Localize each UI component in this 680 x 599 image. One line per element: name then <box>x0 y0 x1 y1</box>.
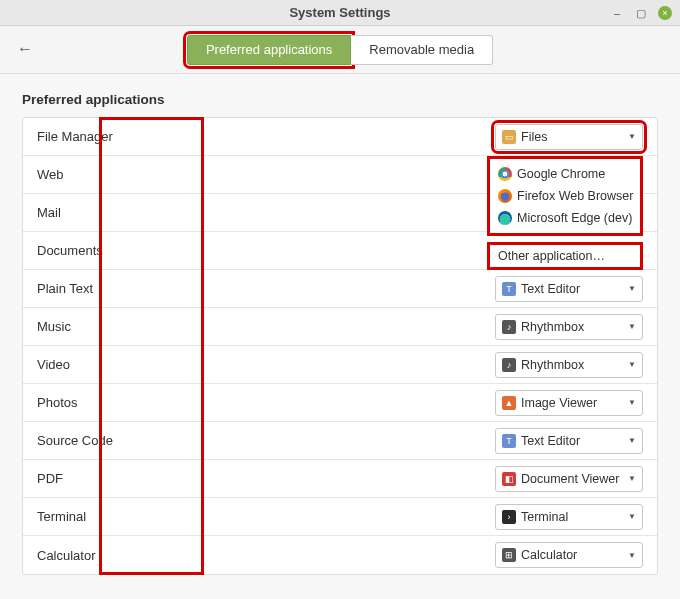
row-label: Documents <box>37 243 237 258</box>
chevron-down-icon: ▼ <box>628 398 636 407</box>
option-label: Microsoft Edge (dev) <box>517 211 632 225</box>
option-label: Other application… <box>498 249 605 263</box>
combo-value: Text Editor <box>521 282 580 296</box>
tab-preferred-applications[interactable]: Preferred applications <box>187 35 351 65</box>
row-source-code: Source Code T Text Editor ▼ <box>23 422 657 460</box>
web-option-edge[interactable]: Microsoft Edge (dev) <box>490 207 640 229</box>
row-label: Calculator <box>37 548 237 563</box>
edge-icon <box>498 211 512 225</box>
folder-icon: ▭ <box>502 130 516 144</box>
combo-value: Calculator <box>521 548 577 562</box>
web-option-other-application[interactable]: Other application… <box>487 242 643 270</box>
combo-terminal[interactable]: › Terminal ▼ <box>495 504 643 530</box>
web-dropdown-popup: Google Chrome Firefox Web Browser Micros… <box>487 156 643 270</box>
combo-value: Terminal <box>521 510 568 524</box>
combo-calculator[interactable]: ⊞ Calculator ▼ <box>495 542 643 568</box>
combo-source-code[interactable]: T Text Editor ▼ <box>495 428 643 454</box>
combo-plain-text[interactable]: T Text Editor ▼ <box>495 276 643 302</box>
row-label: PDF <box>37 471 237 486</box>
row-label: Web <box>37 167 237 182</box>
section-title: Preferred applications <box>22 92 658 107</box>
titlebar: System Settings – ▢ × <box>0 0 680 26</box>
combo-value: Text Editor <box>521 434 580 448</box>
close-button[interactable]: × <box>658 6 672 20</box>
tab-label: Removable media <box>369 42 474 57</box>
row-label: Terminal <box>37 509 237 524</box>
text-editor-icon: T <box>502 434 516 448</box>
text-editor-icon: T <box>502 282 516 296</box>
web-option-firefox[interactable]: Firefox Web Browser <box>490 185 640 207</box>
window-title: System Settings <box>289 5 390 20</box>
preferred-apps-list: File Manager ▭ Files ▼ Web <box>22 117 658 575</box>
back-button[interactable]: ← <box>14 38 36 60</box>
image-viewer-icon: ▲ <box>502 396 516 410</box>
row-terminal: Terminal › Terminal ▼ <box>23 498 657 536</box>
headerbar: ← Preferred applications Removable media <box>0 26 680 74</box>
row-video: Video ♪ Rhythmbox ▼ <box>23 346 657 384</box>
combo-value: Rhythmbox <box>521 320 584 334</box>
combo-value: Image Viewer <box>521 396 597 410</box>
combo-value: Document Viewer <box>521 472 619 486</box>
chevron-down-icon: ▼ <box>628 551 636 560</box>
document-viewer-icon: ◧ <box>502 472 516 486</box>
row-music: Music ♪ Rhythmbox ▼ <box>23 308 657 346</box>
row-label: Photos <box>37 395 237 410</box>
firefox-icon <box>498 189 512 203</box>
combo-value: Rhythmbox <box>521 358 584 372</box>
chevron-down-icon: ▼ <box>628 322 636 331</box>
chevron-down-icon: ▼ <box>628 474 636 483</box>
chevron-down-icon: ▼ <box>628 512 636 521</box>
row-calculator: Calculator ⊞ Calculator ▼ <box>23 536 657 574</box>
row-web: Web Google Chrome Firefox Web Browser <box>23 156 657 194</box>
option-label: Google Chrome <box>517 167 605 181</box>
row-label: Video <box>37 357 237 372</box>
tab-label: Preferred applications <box>206 42 332 57</box>
web-option-chrome[interactable]: Google Chrome <box>490 163 640 185</box>
back-arrow-icon: ← <box>17 40 33 58</box>
combo-music[interactable]: ♪ Rhythmbox ▼ <box>495 314 643 340</box>
option-label: Firefox Web Browser <box>517 189 633 203</box>
combo-pdf[interactable]: ◧ Document Viewer ▼ <box>495 466 643 492</box>
row-file-manager: File Manager ▭ Files ▼ <box>23 118 657 156</box>
music-note-icon: ♪ <box>502 358 516 372</box>
music-note-icon: ♪ <box>502 320 516 334</box>
row-plain-text: Plain Text T Text Editor ▼ <box>23 270 657 308</box>
chevron-down-icon: ▼ <box>628 132 636 141</box>
row-label: File Manager <box>37 129 237 144</box>
chevron-down-icon: ▼ <box>628 284 636 293</box>
minimize-button[interactable]: – <box>610 6 624 20</box>
row-label: Music <box>37 319 237 334</box>
row-label: Source Code <box>37 433 237 448</box>
row-photos: Photos ▲ Image Viewer ▼ <box>23 384 657 422</box>
terminal-icon: › <box>502 510 516 524</box>
combo-value: Files <box>521 130 547 144</box>
combo-file-manager[interactable]: ▭ Files ▼ <box>495 124 643 150</box>
chrome-icon <box>498 167 512 181</box>
tab-removable-media[interactable]: Removable media <box>351 35 493 65</box>
row-pdf: PDF ◧ Document Viewer ▼ <box>23 460 657 498</box>
calculator-icon: ⊞ <box>502 548 516 562</box>
maximize-button[interactable]: ▢ <box>634 6 648 20</box>
row-label: Mail <box>37 205 237 220</box>
combo-photos[interactable]: ▲ Image Viewer ▼ <box>495 390 643 416</box>
combo-video[interactable]: ♪ Rhythmbox ▼ <box>495 352 643 378</box>
chevron-down-icon: ▼ <box>628 360 636 369</box>
tab-group: Preferred applications Removable media <box>187 35 493 65</box>
row-label: Plain Text <box>37 281 237 296</box>
chevron-down-icon: ▼ <box>628 436 636 445</box>
